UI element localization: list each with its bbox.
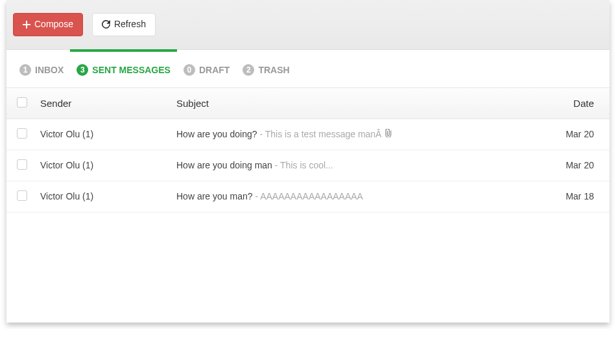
- subject-text: How are you doing?: [176, 129, 257, 139]
- plus-icon: [23, 21, 30, 28]
- tab-sent-messages[interactable]: 3 SENT MESSAGES: [70, 55, 177, 87]
- subject-cell: How are you doing man - This is cool...: [170, 150, 530, 181]
- refresh-button[interactable]: Refresh: [92, 13, 156, 36]
- subject-cell: How are you doing? - This is a test mess…: [170, 119, 530, 150]
- col-subject: Subject: [170, 87, 530, 119]
- tab-label: INBOX: [35, 65, 64, 75]
- col-date: Date: [530, 87, 610, 119]
- tab-inbox[interactable]: 1 INBOX: [13, 55, 70, 87]
- badge-count: 3: [77, 64, 88, 76]
- compose-label: Compose: [34, 18, 73, 31]
- row-checkbox[interactable]: [17, 190, 27, 201]
- folder-tabs: 1 INBOX 3 SENT MESSAGES 0 DRAFT 2 TRASH: [6, 55, 610, 87]
- date-cell: Mar 20: [530, 150, 610, 181]
- select-all-checkbox[interactable]: [17, 97, 27, 108]
- subject-text: How are you man?: [176, 191, 253, 201]
- table-header-row: Sender Subject Date: [6, 87, 610, 119]
- badge-count: 1: [19, 64, 31, 76]
- mail-app: Compose Refresh 1 INBOX 3 SENT MESSAGES …: [6, 0, 610, 323]
- tab-label: SENT MESSAGES: [92, 65, 171, 75]
- paperclip-icon: [384, 129, 392, 139]
- date-cell: Mar 18: [530, 181, 610, 212]
- preview-text: - This is cool...: [272, 160, 333, 170]
- col-sender: Sender: [34, 87, 170, 119]
- tab-label: TRASH: [258, 65, 289, 75]
- table-row[interactable]: Victor Olu (1) How are you man? - AAAAAA…: [6, 181, 610, 212]
- row-checkbox[interactable]: [17, 128, 27, 139]
- preview-text: - This is a test message manÂ: [257, 129, 385, 139]
- sender-cell: Victor Olu (1): [34, 150, 170, 181]
- col-checkbox: [6, 87, 34, 119]
- preview-text: - AAAAAAAAAAAAAAAAA: [253, 191, 363, 201]
- message-table: Sender Subject Date Victor Olu (1) How a…: [6, 87, 610, 212]
- toolbar: Compose Refresh: [6, 0, 610, 50]
- tab-draft[interactable]: 0 DRAFT: [177, 55, 236, 87]
- tab-trash[interactable]: 2 TRASH: [236, 55, 296, 87]
- badge-count: 0: [184, 64, 195, 76]
- sender-cell: Victor Olu (1): [34, 181, 170, 212]
- tab-label: DRAFT: [199, 65, 230, 75]
- row-checkbox[interactable]: [17, 159, 27, 170]
- subject-cell: How are you man? - AAAAAAAAAAAAAAAAA: [170, 181, 530, 212]
- sender-cell: Victor Olu (1): [34, 119, 170, 150]
- refresh-label: Refresh: [114, 18, 146, 31]
- badge-count: 2: [243, 64, 254, 76]
- refresh-icon: [102, 20, 110, 28]
- subject-text: How are you doing man: [176, 160, 272, 170]
- table-row[interactable]: Victor Olu (1) How are you doing? - This…: [6, 119, 610, 150]
- table-row[interactable]: Victor Olu (1) How are you doing man - T…: [6, 150, 610, 181]
- date-cell: Mar 20: [530, 119, 610, 150]
- empty-area: [6, 212, 610, 323]
- compose-button[interactable]: Compose: [13, 13, 83, 36]
